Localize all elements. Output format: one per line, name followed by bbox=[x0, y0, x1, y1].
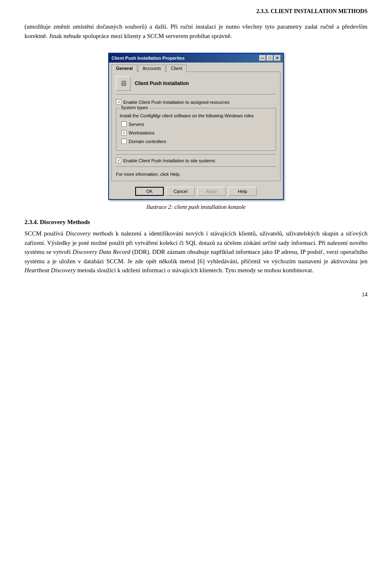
dialog-buttons: OK Cancel Apply Help bbox=[109, 184, 283, 199]
page-header: 2.3.3. CLIENT INSTALLATION METHODS bbox=[24, 8, 368, 15]
site-systems-label: Enable Client Push Installation to site … bbox=[123, 158, 215, 163]
group-label: System types bbox=[120, 105, 149, 110]
enable-checkbox-label: Enable Client Push Installation to assig… bbox=[123, 100, 229, 105]
page-title: 2.3.3. CLIENT INSTALLATION METHODS bbox=[256, 8, 368, 14]
titlebar-controls: — □ ✕ bbox=[259, 55, 281, 61]
win-dialog: Client Push Installation Properties — □ … bbox=[108, 53, 284, 200]
discovery-methods-italic: Discovery methods bbox=[66, 230, 114, 237]
dialog-content: 🖥 Client Push Installation ✓ Enable Clie… bbox=[111, 72, 281, 181]
enable-checkbox[interactable]: ✓ bbox=[116, 99, 121, 105]
win-titlebar: Client Push Installation Properties — □ … bbox=[109, 54, 283, 63]
section-heading: 2.3.4. Discovery Methods bbox=[24, 219, 368, 226]
divider2 bbox=[116, 166, 276, 167]
workstations-row: ✓ Workstations bbox=[121, 130, 272, 135]
maximize-button[interactable]: □ bbox=[267, 55, 273, 61]
figure-container: Client Push Installation Properties — □ … bbox=[24, 53, 368, 211]
workstations-label: Workstations bbox=[129, 130, 154, 135]
tab-general[interactable]: General bbox=[111, 65, 137, 72]
heartbeat-italic: Heartbeat Discovery bbox=[24, 267, 76, 274]
servers-row: Servers bbox=[121, 121, 272, 127]
dialog-icon: 🖥 bbox=[116, 76, 131, 91]
cancel-button[interactable]: Cancel bbox=[166, 187, 195, 196]
page-number: 14 bbox=[24, 291, 368, 298]
help-button[interactable]: Help bbox=[228, 187, 257, 196]
ddr-italic: Discovery Data Record bbox=[72, 249, 130, 255]
domain-row: Domain controllers bbox=[121, 139, 272, 144]
servers-checkbox[interactable] bbox=[121, 121, 127, 127]
apply-button[interactable]: Apply bbox=[197, 187, 226, 196]
servers-label: Servers bbox=[129, 122, 144, 127]
paragraph-1: (umožňuje změnit umístění dočasných soub… bbox=[24, 22, 368, 40]
dialog-header-row: 🖥 Client Push Installation bbox=[116, 76, 276, 94]
dialog-header-text: Client Push Installation bbox=[135, 81, 189, 86]
close-button[interactable]: ✕ bbox=[274, 55, 281, 61]
section-body: SCCM používá Discovery methods k nalezen… bbox=[24, 229, 368, 275]
ok-button[interactable]: OK bbox=[135, 187, 164, 196]
site-systems-checkbox[interactable]: ✓ bbox=[116, 158, 121, 163]
info-text: For more information, click Help. bbox=[116, 170, 276, 177]
figure-caption: Ilustrace 2: client push installation ko… bbox=[146, 204, 245, 211]
minimize-button[interactable]: — bbox=[259, 55, 266, 61]
domain-checkbox[interactable] bbox=[121, 139, 127, 144]
divider bbox=[116, 154, 276, 155]
system-types-group: System types Install the ConfigMgr clien… bbox=[116, 108, 276, 151]
site-systems-checkbox-row: ✓ Enable Client Push Installation to sit… bbox=[116, 158, 276, 163]
tab-accounts[interactable]: Accounts bbox=[138, 65, 165, 72]
computer-icon: 🖥 bbox=[120, 79, 127, 88]
tab-client[interactable]: Client bbox=[166, 65, 187, 72]
enable-checkbox-row: ✓ Enable Client Push Installation to ass… bbox=[116, 99, 276, 105]
domain-label: Domain controllers bbox=[129, 139, 166, 144]
dialog-tabs: General Accounts Client bbox=[109, 63, 283, 72]
group-text: Install the ConfigMgr client software on… bbox=[120, 113, 272, 118]
workstations-checkbox[interactable]: ✓ bbox=[121, 130, 127, 135]
dialog-title: Client Push Installation Properties bbox=[111, 56, 185, 61]
